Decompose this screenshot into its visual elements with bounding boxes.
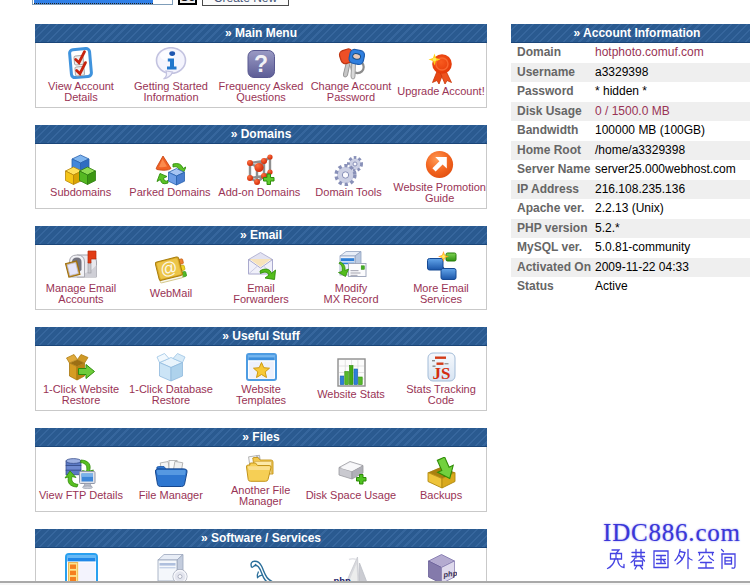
svg-text:JS: JS	[432, 364, 450, 382]
svg-text:?: ?	[253, 51, 267, 77]
svg-text:php: php	[441, 568, 456, 579]
